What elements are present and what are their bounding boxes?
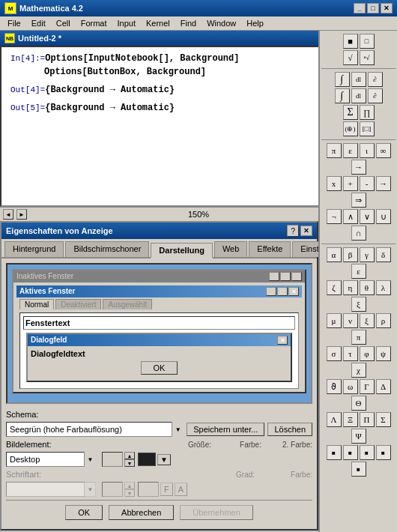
color-dropdown-1[interactable]: ▼ bbox=[157, 454, 171, 465]
rp-btn-nroot[interactable]: ⁿ√ bbox=[360, 50, 375, 65]
rp-zeta[interactable]: ζ bbox=[327, 280, 342, 295]
schema-select[interactable]: Seegrün (hohe Farbauflösung) bbox=[6, 422, 184, 437]
close-btn[interactable]: ✕ bbox=[381, 3, 393, 13]
rp-iota[interactable]: ι bbox=[360, 143, 375, 158]
size-down[interactable]: ▼ bbox=[124, 459, 135, 467]
footer-cancel-btn[interactable]: Abbrechen bbox=[109, 505, 174, 520]
save-btn[interactable]: Speichern unter... bbox=[187, 423, 264, 436]
rp-varphi[interactable]: ϑ bbox=[327, 379, 342, 394]
rp-Psi[interactable]: Ψ bbox=[351, 429, 366, 444]
rp-not[interactable]: ¬ bbox=[327, 209, 342, 224]
menu-help[interactable]: Help bbox=[242, 18, 268, 28]
menu-find[interactable]: Find bbox=[176, 18, 201, 28]
menu-kernel[interactable]: Kernel bbox=[142, 18, 175, 28]
aw-max[interactable]: □ bbox=[277, 287, 288, 296]
rp-btn-partial[interactable]: ∂ bbox=[368, 72, 383, 87]
rp-btn-sqrt[interactable]: √ bbox=[343, 50, 358, 65]
iw-close[interactable]: ✕ bbox=[291, 272, 302, 281]
rp-Lambda[interactable]: Λ bbox=[327, 412, 342, 427]
rp-btn-square2[interactable]: □ bbox=[360, 34, 375, 49]
aw-min[interactable]: _ bbox=[266, 287, 276, 296]
rp-btn-dl[interactable]: dl bbox=[351, 72, 366, 87]
rp-phi[interactable]: φ bbox=[360, 346, 375, 361]
rp-eta[interactable]: η bbox=[343, 280, 358, 295]
rp-Xi[interactable]: Ξ bbox=[343, 412, 358, 427]
preview-ok-btn[interactable]: OK bbox=[141, 361, 178, 375]
delete-btn[interactable]: Löschen bbox=[267, 423, 312, 436]
menu-edit[interactable]: Edit bbox=[27, 18, 50, 28]
rp-pi[interactable]: π bbox=[327, 143, 342, 158]
rp-infty[interactable]: ∞ bbox=[376, 143, 391, 158]
rp-Theta[interactable]: Θ bbox=[351, 396, 366, 411]
rp-Pi[interactable]: Π bbox=[360, 412, 375, 427]
rp-sigma[interactable]: σ bbox=[327, 346, 342, 361]
font-select[interactable] bbox=[6, 482, 96, 497]
tab-effekte[interactable]: Effekte bbox=[249, 241, 291, 257]
footer-ok-btn[interactable]: OK bbox=[65, 505, 103, 520]
rp-arrow2[interactable]: → bbox=[376, 176, 391, 191]
rp-chi[interactable]: χ bbox=[351, 363, 366, 378]
rp-x[interactable]: x bbox=[327, 176, 342, 191]
rp-btn-bracket[interactable]: [□] bbox=[360, 121, 375, 136]
rp-sq1[interactable]: ■ bbox=[327, 445, 342, 460]
rp-btn-int2[interactable]: ∫ bbox=[335, 88, 350, 103]
rp-mu[interactable]: μ bbox=[327, 313, 342, 328]
rp-plus[interactable]: + bbox=[343, 176, 358, 191]
tab-darstellung[interactable]: Darstellung bbox=[151, 243, 213, 259]
iw-min[interactable]: _ bbox=[269, 272, 279, 281]
rp-arrow[interactable]: → bbox=[351, 160, 366, 175]
rp-btn-prod[interactable]: ∏ bbox=[360, 105, 375, 120]
rp-xi[interactable]: ξ bbox=[351, 297, 366, 312]
rp-minus[interactable]: - bbox=[360, 176, 375, 191]
rp-ep2[interactable]: ε bbox=[351, 264, 366, 279]
rp-xi2[interactable]: ξ bbox=[360, 313, 375, 328]
rp-gamma[interactable]: γ bbox=[360, 247, 375, 262]
rp-btn-partial2[interactable]: ∂ bbox=[368, 88, 383, 103]
menu-cell[interactable]: Cell bbox=[52, 18, 75, 28]
tab-web[interactable]: Web bbox=[214, 241, 247, 257]
rp-beta[interactable]: β bbox=[343, 247, 358, 262]
rp-Delta[interactable]: Δ bbox=[376, 379, 391, 394]
rp-cap[interactable]: ∩ bbox=[351, 226, 366, 241]
iw-max[interactable]: □ bbox=[280, 272, 291, 281]
tab-hintergrund[interactable]: Hintergrund bbox=[4, 241, 64, 257]
rp-epsilon[interactable]: ε bbox=[343, 143, 358, 158]
rp-tau[interactable]: τ bbox=[343, 346, 358, 361]
dialog-help-btn[interactable]: ? bbox=[287, 225, 299, 237]
footer-apply-btn[interactable]: Übernehmen bbox=[180, 505, 253, 520]
rp-omega[interactable]: ω bbox=[343, 379, 358, 394]
rp-btn-square[interactable]: ■ bbox=[343, 34, 358, 49]
rp-la[interactable]: λ bbox=[376, 280, 391, 295]
menu-input[interactable]: Input bbox=[113, 18, 140, 28]
size-input[interactable] bbox=[102, 452, 123, 467]
rp-rho[interactable]: ρ bbox=[376, 313, 391, 328]
bitmap-dropdown-arrow[interactable]: ▼ bbox=[84, 452, 96, 467]
rp-Gamma[interactable]: Γ bbox=[360, 379, 375, 394]
rp-alpha[interactable]: α bbox=[327, 247, 342, 262]
rp-sq2[interactable]: ■ bbox=[343, 445, 358, 460]
wtab-normal[interactable]: Normal bbox=[19, 299, 54, 309]
rp-btn-sum[interactable]: Σ bbox=[343, 105, 358, 120]
wtab-deaktiviert[interactable]: Deaktiviert bbox=[55, 299, 101, 309]
menu-format[interactable]: Format bbox=[76, 18, 112, 28]
dialog-close-btn[interactable]: ✕ bbox=[300, 226, 312, 236]
rp-btn-paren[interactable]: (⊕) bbox=[343, 121, 358, 136]
rp-btn-dl2[interactable]: dl bbox=[351, 88, 366, 103]
rp-cup[interactable]: ∪ bbox=[376, 209, 391, 224]
rp-psi2[interactable]: ψ bbox=[376, 346, 391, 361]
h-scroll-left[interactable]: ◄ bbox=[3, 209, 13, 220]
rp-or[interactable]: ∨ bbox=[360, 209, 375, 224]
bitmap-select[interactable]: Desktop bbox=[6, 452, 96, 467]
menu-file[interactable]: File bbox=[3, 18, 25, 28]
rp-Sigma[interactable]: Σ bbox=[376, 412, 391, 427]
maximize-btn[interactable]: □ bbox=[367, 3, 379, 13]
aw-close[interactable]: ✕ bbox=[288, 287, 299, 296]
rp-sq4[interactable]: ■ bbox=[376, 445, 391, 460]
rp-delta[interactable]: δ bbox=[376, 247, 391, 262]
rp-sq5[interactable]: ■ bbox=[351, 462, 366, 477]
rp-pi2[interactable]: π bbox=[351, 330, 366, 345]
wtab-ausgewaehlt[interactable]: Ausgewählt bbox=[103, 299, 152, 309]
rp-implies[interactable]: ⇒ bbox=[351, 193, 366, 208]
rp-nu[interactable]: ν bbox=[343, 313, 358, 328]
rp-sq3[interactable]: ■ bbox=[360, 445, 375, 460]
